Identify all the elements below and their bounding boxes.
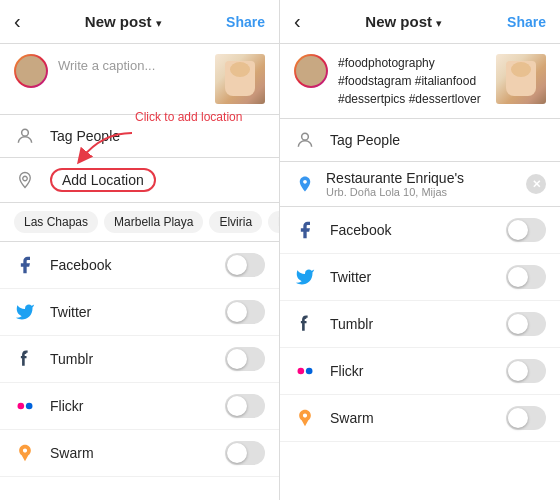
left-header: ‹ New post ▾ Share (0, 0, 279, 44)
right-facebook-row: Facebook (280, 207, 560, 254)
right-swarm-toggle[interactable] (506, 406, 546, 430)
right-tumblr-icon (294, 313, 316, 335)
facebook-toggle[interactable] (225, 253, 265, 277)
right-location-details: Restaurante Enrique's Urb. Doña Lola 10,… (326, 170, 516, 198)
right-header: ‹ New post ▾ Share (280, 0, 560, 44)
left-swarm-row: Swarm (0, 430, 279, 477)
left-location-icon (14, 169, 36, 191)
right-swarm-icon (294, 407, 316, 429)
left-facebook-row: Facebook (0, 242, 279, 289)
chip-las-chapas[interactable]: Las Chapas (14, 211, 98, 233)
left-header-title: New post (85, 13, 152, 30)
left-back-button[interactable]: ‹ (14, 10, 21, 33)
tumblr-icon (14, 348, 36, 370)
left-location-chips: Las Chapas Marbella Playa Elviria Refugi… (0, 203, 279, 242)
tumblr-label: Tumblr (50, 351, 211, 367)
right-swarm-row: Swarm (280, 395, 560, 442)
left-caption-input[interactable]: Write a caption... (58, 54, 205, 73)
left-share-button[interactable]: Share (226, 14, 265, 30)
left-post-preview: Write a caption... (0, 44, 279, 115)
flickr-label: Flickr (50, 398, 211, 414)
left-twitter-row: Twitter (0, 289, 279, 336)
right-tag-people-label: Tag People (330, 132, 400, 148)
right-twitter-icon (294, 266, 316, 288)
right-header-title-group: New post ▾ (365, 13, 442, 31)
svg-point-6 (306, 368, 313, 375)
right-avatar-image (296, 56, 326, 86)
add-location-button[interactable]: Add Location (50, 168, 156, 192)
right-location-pin-icon (294, 173, 316, 195)
swarm-toggle[interactable] (225, 441, 265, 465)
right-share-button[interactable]: Share (507, 14, 546, 30)
twitter-toggle[interactable] (225, 300, 265, 324)
left-location-row[interactable]: Add Location (0, 158, 279, 203)
right-caption-hashtags: #foodphotography #foodstagram #italianfo… (338, 54, 486, 108)
right-tumblr-label: Tumblr (330, 316, 492, 332)
right-avatar (294, 54, 328, 88)
right-header-caret: ▾ (436, 17, 442, 29)
left-post-thumbnail (215, 54, 265, 104)
chip-elviria[interactable]: Elviria (209, 211, 262, 233)
left-tag-people-icon (14, 125, 36, 147)
right-tumblr-row: Tumblr (280, 301, 560, 348)
left-avatar (14, 54, 48, 88)
twitter-icon (14, 301, 36, 323)
right-flickr-toggle[interactable] (506, 359, 546, 383)
facebook-label: Facebook (50, 257, 211, 273)
right-twitter-row: Twitter (280, 254, 560, 301)
right-flickr-row: Flickr (280, 348, 560, 395)
svg-point-4 (302, 133, 309, 140)
right-back-button[interactable]: ‹ (294, 10, 301, 33)
right-location-filled[interactable]: Restaurante Enrique's Urb. Doña Lola 10,… (280, 162, 560, 207)
flickr-icon (14, 395, 36, 417)
right-twitter-label: Twitter (330, 269, 492, 285)
svg-point-2 (18, 403, 25, 410)
right-facebook-toggle[interactable] (506, 218, 546, 242)
left-header-title-group: New post ▾ (85, 13, 162, 31)
right-flickr-label: Flickr (330, 363, 492, 379)
svg-point-1 (23, 176, 28, 181)
left-tumblr-row: Tumblr (0, 336, 279, 383)
right-post-preview: #foodphotography #foodstagram #italianfo… (280, 44, 560, 119)
twitter-label: Twitter (50, 304, 211, 320)
right-tumblr-toggle[interactable] (506, 312, 546, 336)
right-twitter-toggle[interactable] (506, 265, 546, 289)
tumblr-toggle[interactable] (225, 347, 265, 371)
right-facebook-icon (294, 219, 316, 241)
svg-point-5 (298, 368, 305, 375)
left-social-list: Facebook Twitter T (0, 242, 279, 500)
right-tag-people-icon (294, 129, 316, 151)
right-location-close-button[interactable]: ✕ (526, 174, 546, 194)
facebook-icon (14, 254, 36, 276)
right-flickr-icon (294, 360, 316, 382)
left-tag-people-label: Tag People (50, 128, 120, 144)
right-facebook-label: Facebook (330, 222, 492, 238)
avatar-image (16, 56, 46, 86)
left-flickr-row: Flickr (0, 383, 279, 430)
svg-point-0 (22, 129, 29, 136)
right-post-thumbnail (496, 54, 546, 104)
flickr-toggle[interactable] (225, 394, 265, 418)
left-panel: ‹ New post ▾ Share Write a caption... (0, 0, 280, 500)
right-panel: ‹ New post ▾ Share #foodphotography #foo… (280, 0, 560, 500)
swarm-label: Swarm (50, 445, 211, 461)
left-tag-people-row[interactable]: Tag People (0, 115, 279, 158)
right-header-title: New post (365, 13, 432, 30)
chip-marbella-playa[interactable]: Marbella Playa (104, 211, 203, 233)
right-tag-people-row[interactable]: Tag People (280, 119, 560, 162)
swarm-icon (14, 442, 36, 464)
left-header-caret: ▾ (156, 17, 162, 29)
right-location-address: Urb. Doña Lola 10, Mijas (326, 186, 516, 198)
right-swarm-label: Swarm (330, 410, 492, 426)
svg-point-3 (26, 403, 33, 410)
right-social-list: Facebook Twitter T (280, 207, 560, 500)
right-location-name: Restaurante Enrique's (326, 170, 516, 186)
chip-refugio[interactable]: Refugio (268, 211, 279, 233)
